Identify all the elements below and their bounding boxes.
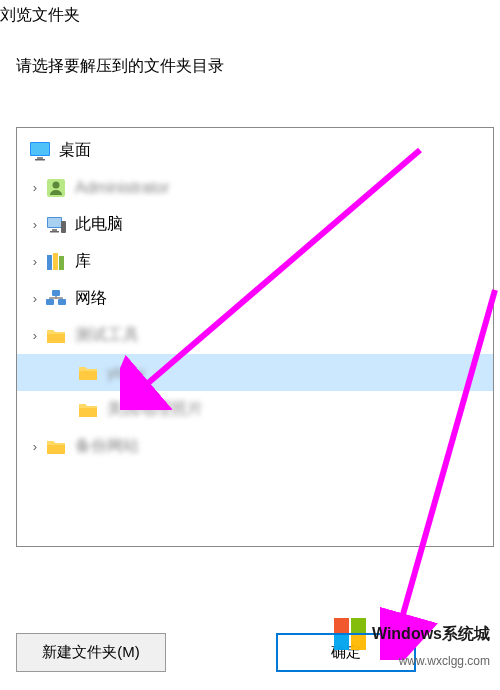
library-icon bbox=[43, 249, 69, 275]
computer-icon bbox=[43, 212, 69, 238]
tree-item-user[interactable]: › Administrator bbox=[17, 169, 493, 206]
windows-logo-icon bbox=[334, 618, 366, 650]
tree-item-label: 备份网站 bbox=[75, 436, 139, 457]
tree-root-desktop[interactable]: 桌面 bbox=[17, 132, 493, 169]
tree-item-folder[interactable]: › 备份网站 bbox=[17, 428, 493, 465]
svg-rect-16 bbox=[52, 290, 60, 296]
tree-item-library[interactable]: › 库 bbox=[17, 243, 493, 280]
watermark: Windows系统城 bbox=[334, 618, 490, 650]
svg-rect-8 bbox=[52, 229, 57, 231]
svg-rect-13 bbox=[59, 256, 64, 270]
tree-item-label: Administrator bbox=[75, 179, 169, 197]
chevron-right-icon[interactable]: › bbox=[27, 254, 43, 269]
tree-item-label: 网络 bbox=[75, 288, 107, 309]
svg-rect-15 bbox=[58, 299, 66, 305]
watermark-url: www.wxclgg.com bbox=[399, 654, 490, 668]
monitor-icon bbox=[27, 138, 53, 164]
tree-root-label: 桌面 bbox=[59, 140, 91, 161]
svg-rect-14 bbox=[46, 299, 54, 305]
folder-icon bbox=[75, 360, 101, 386]
chevron-right-icon[interactable]: › bbox=[27, 180, 43, 195]
chevron-right-icon[interactable]: › bbox=[27, 291, 43, 306]
tree-item-folder[interactable]: › 美国地理照片 bbox=[17, 391, 493, 428]
svg-point-5 bbox=[53, 181, 60, 188]
network-icon bbox=[43, 286, 69, 312]
tree-item-label: 美国地理照片 bbox=[107, 399, 203, 420]
tree-item-folder-selected[interactable]: › yishu bbox=[17, 354, 493, 391]
folder-tree[interactable]: 桌面 › Administrator › 此电脑 › 库 › 网络 › 测试工具 bbox=[16, 127, 494, 547]
tree-item-folder[interactable]: › 测试工具 bbox=[17, 317, 493, 354]
svg-rect-7 bbox=[48, 218, 61, 227]
dialog-title: 刘览文件夹 bbox=[0, 0, 500, 31]
watermark-text: Windows系统城 bbox=[372, 624, 490, 645]
tree-item-label: 库 bbox=[75, 251, 91, 272]
tree-item-network[interactable]: › 网络 bbox=[17, 280, 493, 317]
svg-rect-2 bbox=[37, 157, 43, 159]
chevron-right-icon[interactable]: › bbox=[27, 217, 43, 232]
svg-rect-3 bbox=[35, 159, 45, 161]
tree-item-label: yishu bbox=[107, 364, 144, 382]
svg-rect-12 bbox=[53, 253, 58, 270]
svg-rect-1 bbox=[31, 143, 49, 155]
tree-item-label: 此电脑 bbox=[75, 214, 123, 235]
folder-icon bbox=[75, 397, 101, 423]
chevron-right-icon[interactable]: › bbox=[27, 328, 43, 343]
folder-icon bbox=[43, 434, 69, 460]
folder-icon bbox=[43, 323, 69, 349]
tree-item-label: 测试工具 bbox=[75, 325, 139, 346]
chevron-right-icon[interactable]: › bbox=[27, 439, 43, 454]
svg-rect-11 bbox=[47, 255, 52, 270]
tree-item-this-pc[interactable]: › 此电脑 bbox=[17, 206, 493, 243]
new-folder-button[interactable]: 新建文件夹(M) bbox=[16, 633, 166, 672]
svg-rect-9 bbox=[50, 231, 59, 233]
user-icon bbox=[43, 175, 69, 201]
instruction-text: 请选择要解压到的文件夹目录 bbox=[0, 31, 500, 87]
svg-rect-10 bbox=[61, 221, 66, 233]
